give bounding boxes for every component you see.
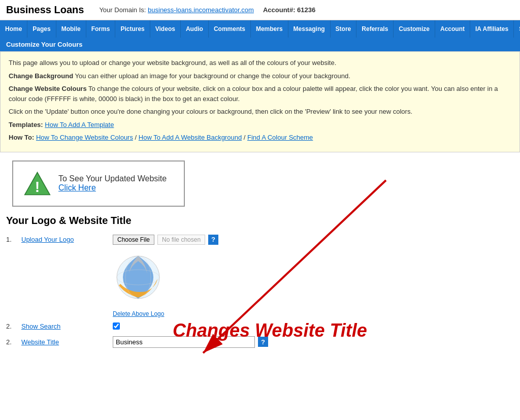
alert-link[interactable]: Click Here [58, 183, 167, 192]
show-search-control [113, 322, 120, 330]
nav-item-members[interactable]: Members [251, 20, 288, 38]
nav-item-comments[interactable]: Comments [209, 20, 251, 38]
info-box-header: Customize Your Colours [0, 38, 520, 51]
upload-logo-label: Upload Your Logo [21, 236, 113, 243]
upload-logo-link[interactable]: Upload Your Logo [21, 236, 74, 243]
nav-item-audio[interactable]: Audio [181, 20, 209, 38]
nav-item-referrals[interactable]: Referrals [356, 20, 394, 38]
svg-text:!: ! [35, 179, 40, 195]
howto-link-1[interactable]: How To Change Website Colours [36, 134, 133, 141]
website-title-label: Website Title [21, 338, 113, 346]
template-link[interactable]: How To Add A Template [45, 121, 114, 128]
nav-item-social[interactable]: Social [514, 20, 520, 38]
delete-logo-link[interactable]: Delete Above Logo [113, 310, 514, 317]
info-line-4: Click on the 'Update' button once you're… [9, 107, 511, 117]
choose-file-button[interactable]: Choose File [113, 235, 154, 245]
howto-link-2[interactable]: How To Add A Website Background [139, 134, 242, 141]
show-search-link[interactable]: Show Search [21, 322, 60, 330]
nav-item-ia-affiliates[interactable]: IA Affiliates [470, 20, 514, 38]
nav-item-customize[interactable]: Customize [394, 20, 435, 38]
nav-item-forms[interactable]: Forms [86, 20, 116, 38]
logo-image [113, 251, 164, 307]
info-line-1: This page allows you to upload or change… [9, 58, 511, 68]
row-num-2a: 2. [6, 322, 21, 330]
info-templates: Templates: How To Add A Template [9, 120, 511, 130]
section-title: Your Logo & Website Title [6, 215, 514, 227]
account-info: Account#: 61236 [263, 6, 315, 14]
main-content: ! To See Your Updated Website Click Here… [0, 152, 520, 364]
info-howto: How To: How To Change Website Colours / … [9, 133, 511, 143]
show-search-row: 2. Show Search [6, 322, 514, 330]
domain-link[interactable]: business-loans.incomeactivator.com [148, 6, 254, 14]
alert-box: ! To See Your Updated Website Click Here [12, 160, 185, 207]
nav-item-videos[interactable]: Videos [150, 20, 181, 38]
info-line-3: Change Website Colours To change the col… [9, 84, 511, 104]
info-line-2: Change Background You can either upload … [9, 71, 511, 81]
row-num-1: 1. [6, 236, 21, 243]
show-search-checkbox[interactable] [113, 322, 120, 330]
upload-logo-row: 1. Upload Your Logo Choose File No file … [6, 235, 514, 245]
logo-area: Delete Above Logo [113, 251, 514, 317]
website-title-help-button[interactable]: ? [258, 337, 268, 347]
nav-item-mobile[interactable]: Mobile [56, 20, 86, 38]
nav-item-home[interactable]: Home [0, 20, 27, 38]
alert-text-container: To See Your Updated Website Click Here [58, 174, 167, 192]
website-title-row: 2. Website Title ? [6, 336, 514, 348]
alert-text: To See Your Updated Website [58, 174, 167, 183]
upload-logo-control: Choose File No file chosen ? [113, 235, 218, 245]
warning-icon: ! [23, 170, 51, 198]
upload-logo-help-button[interactable]: ? [208, 235, 218, 245]
file-chosen-label: No file chosen [157, 235, 205, 245]
header: Business Loans Your Domain Is: business-… [0, 0, 520, 20]
website-title-input[interactable] [113, 336, 255, 348]
howto-link-3[interactable]: Find A Colour Scheme [247, 134, 313, 141]
show-search-label: Show Search [21, 322, 113, 330]
info-box: This page allows you to upload or change… [0, 51, 520, 152]
nav-item-messaging[interactable]: Messaging [288, 20, 331, 38]
domain-info: Your Domain Is: business-loans.incomeact… [99, 6, 514, 14]
nav-item-account[interactable]: Account [435, 20, 470, 38]
row-num-2b: 2. [6, 338, 21, 346]
website-title-control: ? [113, 336, 268, 348]
nav-bar: HomePagesMobileFormsPicturesVideosAudioC… [0, 20, 520, 38]
nav-item-pictures[interactable]: Pictures [115, 20, 150, 38]
nav-item-pages[interactable]: Pages [27, 20, 56, 38]
website-title-link[interactable]: Website Title [21, 338, 59, 346]
nav-item-store[interactable]: Store [331, 20, 357, 38]
site-title: Business Loans [6, 4, 84, 16]
